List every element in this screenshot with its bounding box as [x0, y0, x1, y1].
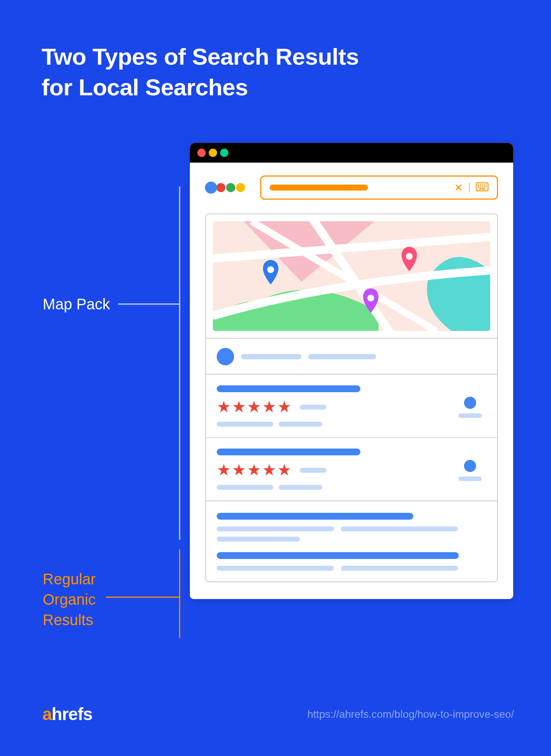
- browser-titlebar: [190, 143, 513, 163]
- map-pack-header: [206, 339, 497, 374]
- search-query-placeholder: [270, 185, 368, 191]
- result-title-placeholder: [217, 513, 413, 520]
- map-pack-line: [118, 303, 180, 305]
- infographic-title: Two Types of Search Results for Local Se…: [42, 42, 359, 102]
- map-pack-label: Map Pack: [43, 296, 110, 313]
- svg-point-18: [406, 253, 413, 260]
- svg-rect-7: [482, 185, 483, 186]
- svg-point-17: [267, 266, 274, 273]
- svg-rect-13: [484, 186, 485, 188]
- star-rating: ★★★★★: [217, 399, 292, 415]
- window-minimize-icon[interactable]: [209, 149, 217, 157]
- result-title-placeholder: [217, 449, 360, 455]
- window-close-icon[interactable]: [197, 149, 206, 157]
- search-results-panel: ★★★★★ ★★★★★: [205, 213, 498, 582]
- map-pack-result[interactable]: ★★★★★: [206, 375, 497, 437]
- organic-results-label: Regular Organic Results: [43, 569, 96, 630]
- category-icon: [217, 348, 234, 365]
- svg-rect-8: [484, 185, 485, 186]
- organic-result[interactable]: [206, 501, 497, 581]
- svg-rect-11: [480, 186, 481, 188]
- map-pack-bracket: [178, 185, 190, 541]
- svg-rect-12: [482, 186, 483, 188]
- svg-rect-6: [480, 185, 481, 186]
- window-maximize-icon[interactable]: [220, 149, 228, 157]
- search-input[interactable]: ✕: [260, 175, 498, 200]
- browser-window: ✕: [190, 143, 513, 599]
- svg-rect-5: [478, 185, 479, 186]
- organic-line: [106, 596, 180, 598]
- action-icon[interactable]: [458, 460, 482, 481]
- svg-point-19: [367, 295, 374, 301]
- organic-bracket: [178, 548, 190, 639]
- star-rating: ★★★★★: [217, 462, 292, 478]
- svg-rect-15: [479, 188, 485, 189]
- svg-rect-14: [486, 186, 487, 188]
- search-engine-logo: [205, 182, 245, 194]
- result-title-placeholder: [217, 552, 459, 559]
- divider: [469, 183, 470, 192]
- map-pack-result[interactable]: ★★★★★: [206, 438, 497, 500]
- map-thumbnail[interactable]: [213, 221, 490, 331]
- svg-rect-10: [478, 186, 479, 188]
- action-icon[interactable]: [458, 397, 482, 418]
- svg-rect-9: [486, 185, 487, 186]
- ahrefs-logo: ahrefs: [42, 704, 92, 724]
- result-title-placeholder: [217, 385, 360, 392]
- clear-icon[interactable]: ✕: [454, 182, 463, 194]
- keyboard-icon[interactable]: [476, 182, 489, 193]
- source-url: https://ahrefs.com/blog/how-to-improve-s…: [307, 708, 514, 720]
